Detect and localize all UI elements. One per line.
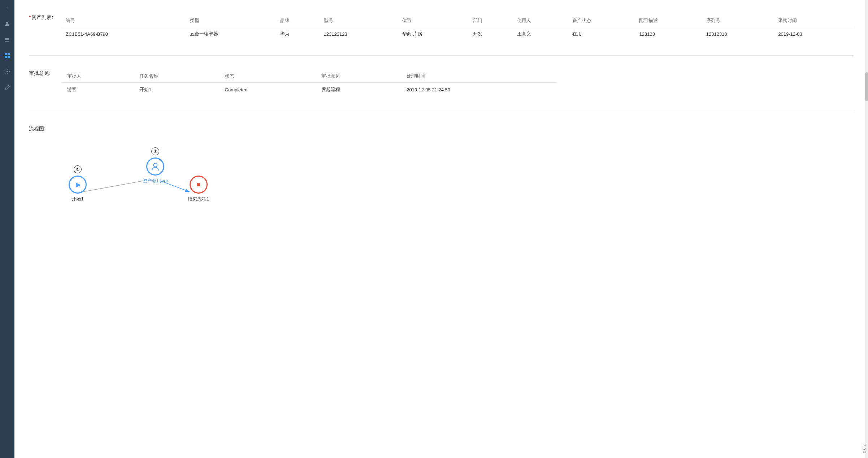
svg-rect-1 [5,38,9,39]
svg-rect-5 [8,53,10,55]
cell-brand: 华为 [275,27,320,41]
approval-col-time: 处理时间 [401,70,556,83]
cell-model: 123123123 [320,27,398,41]
divider-1 [29,55,854,56]
svg-rect-7 [8,56,10,58]
table-row: ZC1B51-4A69-B790 五合一读卡器 华为 123123123 华商-… [61,27,854,41]
cell-id: ZC1B51-4A69-B790 [61,27,186,41]
approval-cell-approver: 游客 [61,83,134,97]
approval-col-approver: 审批人 [61,70,134,83]
svg-point-12 [153,163,157,167]
col-status: 资产状态 [568,14,635,27]
approval-cell-opinion: 发起流程 [316,83,401,97]
cell-asset-status: 在用 [568,27,635,41]
start-node-label: 开始1 [71,196,83,202]
asset-table: 编号 类型 品牌 型号 位置 部门 使用人 资产状态 配置描述 序列号 采购时间 [61,14,854,41]
asset-list-label: 资产列表: [29,14,61,21]
edit-icon[interactable] [3,83,12,92]
cell-type: 五合一读卡器 [186,27,275,41]
menu-icon[interactable]: ≡ [3,4,12,12]
scrollbar-thumb[interactable] [865,72,868,101]
main-content: 资产列表: 编号 类型 品牌 型号 位置 部门 使用人 资产状态 配置描述 序列… [14,0,868,458]
col-user: 使用人 [513,14,568,27]
cell-purchase-date: 2019-12-03 [774,27,854,41]
approval-row: 审批意见: 审批人 任务名称 状态 审批意见 处理时间 游客 开始1 Co [29,70,854,96]
start-node[interactable]: ① 开始1 [69,176,87,202]
approval-cell-task: 开始1 [134,83,219,97]
person-node-icon[interactable] [146,157,164,176]
flow-chart-section: 流程图: ① 开始1 [29,118,854,226]
start-node-badge: ① [74,165,82,173]
col-department: 部门 [469,14,513,27]
svg-rect-2 [5,39,9,40]
approval-section: 审批意见: 审批人 任务名称 状态 审批意见 处理时间 游客 开始1 Co [29,63,854,104]
approval-col-status: 状态 [219,70,316,83]
approval-col-opinion: 审批意见 [316,70,401,83]
list-icon[interactable] [3,35,12,44]
col-type: 类型 [186,14,275,27]
svg-line-9 [83,181,143,192]
flow-chart-label: 流程图: [29,126,854,132]
flow-diagram: ① 开始1 ① 资产领用par [65,147,854,219]
col-purchase: 采购时间 [774,14,854,27]
version-label: 2.0.3 [861,443,868,454]
end-node-label: 结束流程1 [188,196,209,202]
end-node[interactable]: 结束流程1 [188,176,209,202]
asset-list-row: 资产列表: 编号 类型 品牌 型号 位置 部门 使用人 资产状态 配置描述 序列… [29,14,854,41]
end-node-icon[interactable] [190,176,208,194]
cell-department: 开发 [469,27,513,41]
svg-rect-3 [5,41,9,42]
divider-2 [29,111,854,111]
approval-cell-time: 2019-12-05 21:24:50 [401,83,556,97]
col-serial: 序列号 [702,14,774,27]
approval-row-item: 游客 开始1 Completed 发起流程 2019-12-05 21:24:5… [61,83,556,97]
user-icon[interactable] [3,20,12,28]
cell-user: 王意义 [513,27,568,41]
svg-point-0 [6,22,8,24]
svg-rect-6 [5,56,7,58]
approval-table: 审批人 任务名称 状态 审批意见 处理时间 游客 开始1 Completed 发… [61,70,556,96]
approval-cell-status: Completed [219,83,316,97]
col-config: 配置描述 [635,14,702,27]
col-model: 型号 [320,14,398,27]
col-id: 编号 [61,14,186,27]
person-node-badge: ① [151,147,159,155]
cell-config: 123123 [635,27,702,41]
col-location: 位置 [398,14,469,27]
approval-table-header: 审批人 任务名称 状态 审批意见 处理时间 [61,70,556,83]
approval-col-task: 任务名称 [134,70,219,83]
grid-icon[interactable] [3,51,12,60]
person-node[interactable]: ① 资产领用par [143,157,168,184]
approval-label: 审批意见: [29,70,61,77]
svg-point-8 [6,71,8,72]
cell-serial: 12312313 [702,27,774,41]
settings-icon[interactable] [3,67,12,76]
person-node-label: 资产领用par [143,178,168,184]
start-node-icon[interactable] [69,176,87,194]
cell-location: 华商-库房 [398,27,469,41]
asset-list-section: 资产列表: 编号 类型 品牌 型号 位置 部门 使用人 资产状态 配置描述 序列… [29,7,854,48]
svg-rect-4 [5,53,7,55]
scrollbar-track[interactable] [865,0,868,458]
sidebar: ≡ [0,0,14,458]
asset-table-header: 编号 类型 品牌 型号 位置 部门 使用人 资产状态 配置描述 序列号 采购时间 [61,14,854,27]
col-brand: 品牌 [275,14,320,27]
